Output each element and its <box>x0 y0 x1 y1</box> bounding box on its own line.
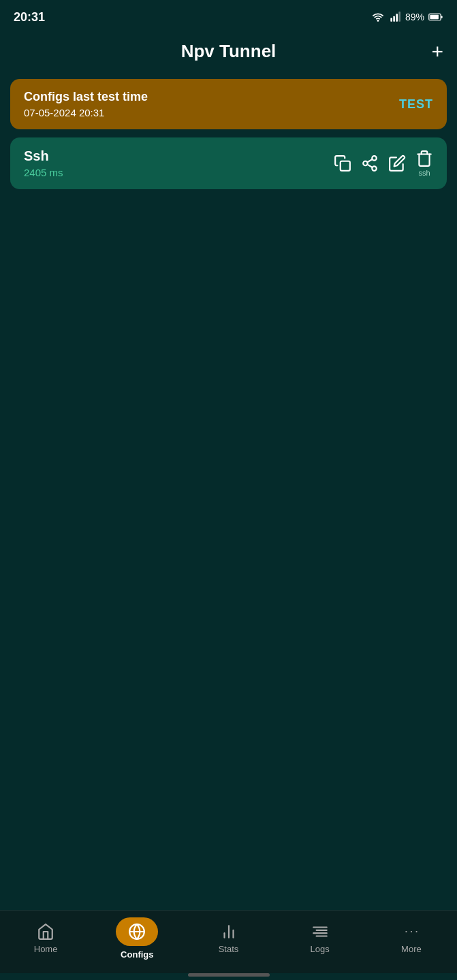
more-icon <box>403 923 420 941</box>
configs-label: Configs <box>121 949 153 960</box>
share-button[interactable] <box>361 154 379 172</box>
svg-rect-2 <box>393 16 395 22</box>
ssh-config-card: Ssh 2405 ms <box>10 137 447 189</box>
trash-icon <box>415 150 433 167</box>
copy-icon <box>334 154 351 172</box>
globe-icon <box>128 923 146 941</box>
bottom-nav: Home Configs Stats Logs <box>0 910 457 973</box>
delete-label: ssh <box>418 169 430 177</box>
battery-percentage: 89% <box>405 12 424 22</box>
config-test-title: Configs last test time <box>24 90 148 104</box>
ssh-actions: ssh <box>334 150 433 177</box>
ssh-latency: 2405 ms <box>24 167 63 178</box>
add-config-button[interactable]: + <box>431 42 443 62</box>
more-label: More <box>401 944 422 954</box>
svg-point-23 <box>411 931 412 932</box>
wifi-icon <box>371 12 385 22</box>
delete-button[interactable]: ssh <box>415 150 433 177</box>
svg-rect-7 <box>341 161 350 171</box>
svg-point-0 <box>377 20 378 21</box>
nav-item-home[interactable]: Home <box>0 923 91 954</box>
svg-rect-4 <box>398 12 400 22</box>
copy-button[interactable] <box>334 154 351 172</box>
logs-label: Logs <box>311 944 330 954</box>
svg-rect-1 <box>390 18 392 21</box>
configs-icon-bg <box>116 917 158 946</box>
svg-line-11 <box>367 165 372 167</box>
ssh-info: Ssh 2405 ms <box>24 148 63 178</box>
header: Npv Tunnel + <box>0 31 457 72</box>
status-icons: 89% <box>371 12 443 22</box>
home-indicator <box>188 973 270 977</box>
home-label: Home <box>34 944 58 954</box>
config-test-date: 07-05-2024 20:31 <box>24 107 148 118</box>
config-test-card: Configs last test time 07-05-2024 20:31 … <box>10 79 447 129</box>
edit-button[interactable] <box>388 154 406 172</box>
nav-item-more[interactable]: More <box>366 923 457 954</box>
config-test-info: Configs last test time 07-05-2024 20:31 <box>24 90 148 118</box>
svg-point-22 <box>405 931 407 932</box>
logs-icon <box>311 923 329 941</box>
status-time: 20:31 <box>14 10 45 24</box>
nav-item-logs[interactable]: Logs <box>274 923 366 954</box>
battery-icon <box>428 12 443 22</box>
nav-item-configs[interactable]: Configs <box>91 917 183 960</box>
signal-icon <box>389 12 401 22</box>
svg-point-24 <box>415 931 417 932</box>
main-content: Configs last test time 07-05-2024 20:31 … <box>0 72 457 910</box>
edit-icon <box>388 154 406 172</box>
svg-rect-3 <box>396 14 398 21</box>
test-button[interactable]: TEST <box>399 97 433 112</box>
svg-line-12 <box>367 159 372 162</box>
status-bar: 20:31 89% <box>0 0 457 31</box>
svg-rect-6 <box>430 15 439 19</box>
stats-icon <box>220 923 238 941</box>
share-icon <box>361 154 379 172</box>
ssh-name: Ssh <box>24 148 63 164</box>
page-title: Npv Tunnel <box>181 41 277 62</box>
nav-item-stats[interactable]: Stats <box>183 923 274 954</box>
stats-label: Stats <box>219 944 239 954</box>
home-icon <box>37 923 54 941</box>
